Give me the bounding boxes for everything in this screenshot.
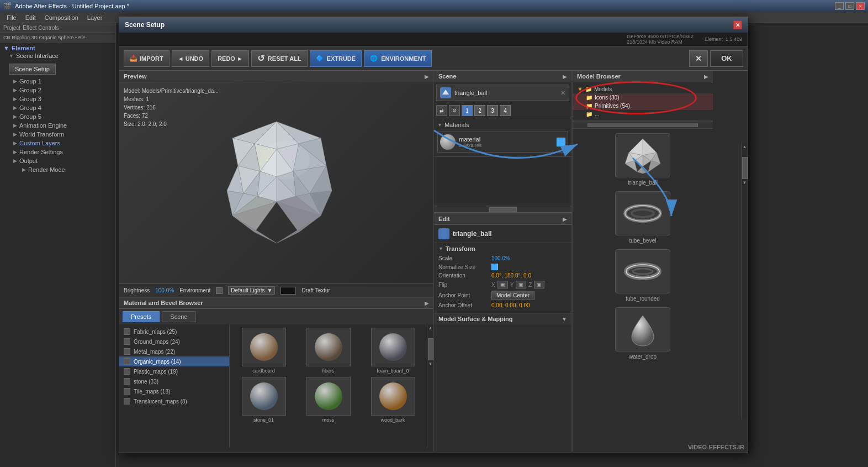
scene-header: Scene ▶	[434, 71, 571, 82]
edit-title: Edit	[438, 216, 450, 222]
menu-layer[interactable]: Layer	[83, 14, 107, 22]
material-browser-expand[interactable]: ▶	[425, 300, 429, 306]
scene-gear-icon[interactable]: ⚙	[449, 105, 460, 116]
reset-all-button[interactable]: ↺ RESET ALL	[251, 50, 308, 67]
material-color-box[interactable]	[557, 138, 565, 146]
flip-z-button[interactable]: ▣	[534, 281, 544, 288]
material-scrollbar[interactable]: ▲ ▼	[427, 324, 433, 448]
tree-icons[interactable]: 📁 Icons (30)	[573, 93, 713, 102]
model-thumb-img-tube-bevel[interactable]	[615, 191, 670, 235]
lights-dropdown[interactable]: Default Lights ▼	[228, 286, 275, 295]
title-bar-buttons[interactable]: _ □ ✕	[835, 2, 865, 10]
model-scroll-down[interactable]: ▼	[742, 179, 748, 186]
app-container: Project Effect Controls CR Rippling 3D O…	[0, 23, 868, 467]
normalize-checkbox[interactable]	[491, 264, 498, 270]
left-tree-item-0[interactable]: ▶Group 1	[9, 77, 112, 86]
left-tree-item-10[interactable]: ▶Render Mode	[9, 165, 112, 174]
environment-toggle[interactable]	[216, 287, 223, 294]
model-scrollbar-thumb[interactable]	[742, 157, 748, 179]
undo-button[interactable]: ◄ UNDO	[172, 50, 209, 67]
preview-title: Preview	[124, 73, 147, 80]
extrude-button[interactable]: 🔷 EXTRUDE	[310, 50, 362, 67]
anchor-offset-value[interactable]: 0.00, 0.00, 0.00	[491, 302, 530, 308]
model-scroll-up[interactable]: ▲	[742, 143, 748, 150]
brightness-value[interactable]: 100.0%	[155, 287, 174, 293]
mat-list-item-7[interactable]: Translucent_maps (8)	[119, 396, 229, 406]
left-tree-item-5[interactable]: ▶Animation Engine	[9, 121, 112, 130]
tree-primitives[interactable]: 📁 Primitives (54)	[573, 102, 713, 110]
tab-presets[interactable]: Presets	[123, 311, 160, 322]
scene-share-icon[interactable]: ⇄	[436, 105, 447, 116]
maximize-button[interactable]: □	[845, 2, 854, 10]
scene-tab-3[interactable]: 3	[487, 105, 498, 116]
flip-y-button[interactable]: ▣	[516, 281, 526, 288]
left-tree-item-1[interactable]: ▶Group 2	[9, 86, 112, 95]
mat-list-item-5[interactable]: stone (33)	[119, 376, 229, 386]
tree-more[interactable]: 📁 ...	[573, 110, 713, 118]
mat-list-item-2[interactable]: Metal_maps (22)	[119, 347, 229, 356]
left-tree-item-3[interactable]: ▶Group 4	[9, 103, 112, 112]
left-tree-item-4[interactable]: ▶Group 5	[9, 112, 112, 121]
left-tree-item-6[interactable]: ▶World Transform	[9, 130, 112, 139]
menu-composition[interactable]: Composition	[40, 14, 83, 22]
scene-tab-4[interactable]: 4	[500, 105, 511, 116]
tab-scene[interactable]: Scene	[162, 311, 195, 322]
scene-setup-button[interactable]: Scene Setup	[9, 64, 56, 75]
model-browser-vscrollbar[interactable]: ▲ ▼	[741, 143, 748, 419]
model-thumb-img-tube-rounded[interactable]	[615, 249, 670, 293]
environment-button[interactable]: 🌐 ENVIRONMENT	[364, 50, 432, 67]
mat-thumb-img-2[interactable]	[371, 328, 415, 366]
model-browser-expand[interactable]: ▶	[704, 74, 708, 80]
mat-thumb-img-3[interactable]	[242, 377, 286, 416]
menu-edit[interactable]: Edit	[21, 14, 40, 22]
scale-value[interactable]: 100.0%	[491, 255, 510, 261]
scene-tab-2[interactable]: 2	[474, 105, 485, 116]
mat-thumb-img-0[interactable]	[242, 328, 286, 366]
tree-label-4: Group 5	[19, 113, 41, 120]
dialog-close-button[interactable]: ✕	[733, 20, 742, 29]
edit-expand[interactable]: ▶	[563, 216, 567, 222]
orientation-value[interactable]: 0.0°, 180.0°, 0.0	[491, 272, 531, 279]
scroll-up[interactable]: ▲	[427, 324, 434, 332]
mat-thumb-img-4[interactable]	[306, 377, 351, 416]
minimize-button[interactable]: _	[835, 2, 844, 10]
flip-x-button[interactable]: ▣	[497, 281, 508, 288]
menu-file[interactable]: File	[2, 14, 21, 22]
mat-thumb-5: wood_bark	[362, 377, 424, 423]
model-thumb-img-water-drop[interactable]	[615, 307, 670, 351]
tree-models[interactable]: ▼ 📁 Models	[573, 85, 713, 93]
scene-scrollbar[interactable]	[489, 207, 517, 212]
mat-list-item-1[interactable]: Ground_maps (24)	[119, 337, 229, 347]
color-swatch[interactable]	[280, 287, 296, 295]
model-surface-expand[interactable]: ▼	[562, 316, 567, 322]
scene-tab-1[interactable]: 1	[462, 105, 473, 116]
mat-list-item-6[interactable]: Tile_maps (18)	[119, 386, 229, 396]
scroll-down[interactable]: ▼	[427, 360, 434, 368]
redo-button[interactable]: REDO ►	[211, 50, 249, 67]
mat-list-item-4[interactable]: Plastic_maps (19)	[119, 366, 229, 376]
left-tree-item-8[interactable]: ▶Render Settings	[9, 148, 112, 156]
model-browser-scroll-thumb[interactable]	[588, 123, 698, 127]
ok-button[interactable]: OK	[710, 50, 743, 67]
left-tree-item-2[interactable]: ▶Group 3	[9, 95, 112, 103]
preview-header: Preview ▶	[119, 71, 433, 82]
scene-item-close[interactable]: ✕	[560, 90, 565, 97]
mat-thumb-img-5[interactable]	[371, 377, 415, 416]
preview-expand-button[interactable]: ▶	[425, 74, 429, 80]
left-tree-item-9[interactable]: ▶Output	[9, 156, 112, 165]
mat-list-item-0[interactable]: Fabric_maps (25)	[119, 327, 229, 337]
left-tree-item-7[interactable]: ▶Custom Layers	[9, 139, 112, 148]
mat-list-item-3[interactable]: Organic_maps (14)	[119, 356, 229, 366]
model-thumb-img-triangle-ball[interactable]	[615, 133, 670, 177]
import-button[interactable]: 📥 IMPORT	[124, 50, 170, 67]
scene-expand[interactable]: ▶	[563, 74, 567, 80]
mat-thumb-img-1[interactable]	[306, 328, 351, 366]
tree-label-8: Render Settings	[19, 149, 63, 155]
close-x-button[interactable]: ✕	[689, 50, 708, 67]
svg-point-32	[260, 141, 310, 180]
close-button[interactable]: ✕	[856, 2, 865, 10]
model-center-button[interactable]: Model Center	[491, 291, 534, 300]
scrollbar-thumb[interactable]	[428, 338, 433, 360]
edit-item-name: triangle_ball	[434, 225, 571, 243]
model-browser-scrollbar[interactable]	[573, 121, 713, 129]
